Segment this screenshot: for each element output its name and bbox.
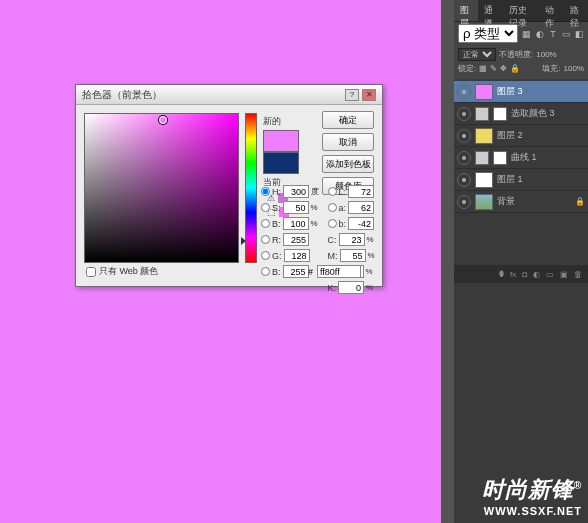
lb-input[interactable]	[348, 217, 374, 230]
hex-row: #	[308, 265, 361, 278]
tab-paths[interactable]: 路径	[564, 0, 588, 21]
watermark: 时尚新锋® WWW.SSXF.NET	[482, 475, 582, 517]
lock-paint-icon[interactable]: ✎	[490, 64, 497, 73]
fill-value[interactable]: 100%	[564, 64, 584, 73]
sv-cursor	[159, 116, 167, 124]
r-radio[interactable]	[261, 235, 270, 244]
layer-row[interactable]: 背景 🔒	[454, 191, 588, 213]
web-only-checkbox[interactable]: 只有 Web 颜色	[86, 265, 158, 278]
visibility-icon[interactable]	[457, 129, 471, 143]
r-input[interactable]	[283, 233, 309, 246]
visibility-icon[interactable]	[457, 107, 471, 121]
filter-text-icon[interactable]: T	[548, 28, 557, 40]
hex-label: #	[308, 267, 313, 277]
filter-shape-icon[interactable]: ▭	[562, 28, 571, 40]
panel-tabs: 图层 通道 历史记录 动作 路径	[454, 0, 588, 22]
visibility-icon[interactable]	[457, 151, 471, 165]
layers-footer: ⬮ fx ◘ ◐ ▭ ▣ 🗑	[454, 265, 588, 283]
lock-trans-icon[interactable]: ▦	[479, 64, 487, 73]
layer-thumb[interactable]	[475, 194, 493, 210]
add-swatch-button[interactable]: 添加到色板	[322, 155, 374, 173]
trash-icon[interactable]: 🗑	[574, 270, 582, 279]
visibility-icon[interactable]	[457, 173, 471, 187]
filter-pixel-icon[interactable]: ▦	[522, 28, 531, 40]
tab-layers[interactable]: 图层	[454, 0, 478, 21]
adj-icon	[475, 107, 489, 121]
layer-row[interactable]: 曲线 1	[454, 147, 588, 169]
fx-icon[interactable]: fx	[510, 270, 516, 279]
layer-thumb[interactable]	[475, 84, 493, 100]
filter-type-select[interactable]: ρ 类型	[458, 24, 518, 43]
lock-icon: 🔒	[575, 197, 585, 206]
g-radio[interactable]	[261, 251, 270, 260]
k-input[interactable]	[338, 281, 364, 294]
dialog-titlebar[interactable]: 拾色器（前景色） ? ✕	[76, 85, 382, 105]
cancel-button[interactable]: 取消	[322, 133, 374, 151]
web-only-input[interactable]	[86, 267, 96, 277]
m-input[interactable]	[340, 249, 366, 262]
close-button[interactable]: ✕	[362, 89, 376, 101]
new-color-label: 新的	[263, 115, 309, 128]
dialog-title: 拾色器（前景色）	[82, 88, 162, 102]
current-color-swatch[interactable]	[263, 152, 299, 174]
layer-name[interactable]: 图层 2	[497, 129, 523, 142]
layer-row[interactable]: 图层 1	[454, 169, 588, 191]
lock-pos-icon[interactable]: ✥	[500, 64, 507, 73]
right-panels: 图层 通道 历史记录 动作 路径 ρ 类型 ▦ ◐ T ▭ ◧ 正常 不透明度:…	[454, 0, 588, 523]
hue-pointer	[241, 237, 246, 245]
tab-history[interactable]: 历史记录	[503, 0, 540, 21]
mask-thumb[interactable]	[493, 107, 507, 121]
l-radio[interactable]	[328, 187, 337, 196]
adjust-icon[interactable]: ◐	[533, 270, 540, 279]
fill-label: 填充:	[542, 63, 560, 74]
h-input[interactable]	[283, 185, 309, 198]
br-input[interactable]	[283, 217, 309, 230]
help-button[interactable]: ?	[345, 89, 359, 101]
new-icon[interactable]: ▣	[560, 270, 568, 279]
g-input[interactable]	[284, 249, 310, 262]
layer-row[interactable]: 选取颜色 3	[454, 103, 588, 125]
c-input[interactable]	[339, 233, 365, 246]
group-icon[interactable]: ▭	[546, 270, 554, 279]
layer-name[interactable]: 曲线 1	[511, 151, 537, 164]
layer-name[interactable]: 选取颜色 3	[511, 107, 555, 120]
layer-options: 正常 不透明度: 100% 锁定: ▦ ✎ ✥ 🔒 填充: 100%	[454, 45, 588, 79]
filter-adj-icon[interactable]: ◐	[535, 28, 544, 40]
hue-slider[interactable]	[245, 113, 257, 263]
layer-row[interactable]: 图层 2	[454, 125, 588, 147]
hex-input[interactable]	[317, 265, 361, 278]
layer-name[interactable]: 背景	[497, 195, 515, 208]
layer-thumb[interactable]	[475, 172, 493, 188]
link-icon[interactable]: ⬮	[499, 269, 504, 279]
saturation-value-field[interactable]	[84, 113, 239, 263]
s-radio[interactable]	[261, 203, 270, 212]
layer-name[interactable]: 图层 3	[497, 85, 523, 98]
bc-radio[interactable]	[261, 267, 270, 276]
tab-actions[interactable]: 动作	[539, 0, 563, 21]
b-radio[interactable]	[261, 219, 270, 228]
a-radio[interactable]	[328, 203, 337, 212]
layer-name[interactable]: 图层 1	[497, 173, 523, 186]
layer-row[interactable]: 图层 3	[454, 81, 588, 103]
layer-thumb[interactable]	[475, 128, 493, 144]
bc-input[interactable]	[283, 265, 309, 278]
layers-list: 图层 3 选取颜色 3 图层 2 曲线 1 图层 1 背景	[454, 79, 588, 213]
visibility-icon[interactable]	[457, 85, 471, 99]
ok-button[interactable]: 确定	[322, 111, 374, 129]
collapsed-toolbar[interactable]	[441, 0, 454, 523]
filter-smart-icon[interactable]: ◧	[575, 28, 584, 40]
a-input[interactable]	[348, 201, 374, 214]
l-input[interactable]	[348, 185, 374, 198]
blend-mode-select[interactable]: 正常	[458, 48, 496, 61]
new-color-swatch[interactable]	[263, 130, 299, 152]
s-input[interactable]	[283, 201, 309, 214]
opacity-value[interactable]: 100%	[536, 50, 556, 59]
visibility-icon[interactable]	[457, 195, 471, 209]
mask-icon[interactable]: ◘	[522, 270, 527, 279]
lock-all-icon[interactable]: 🔒	[510, 64, 520, 73]
mask-thumb[interactable]	[493, 151, 507, 165]
lb-radio[interactable]	[328, 219, 337, 228]
tab-channels[interactable]: 通道	[478, 0, 502, 21]
h-radio[interactable]	[261, 187, 270, 196]
opacity-label: 不透明度:	[499, 49, 533, 60]
